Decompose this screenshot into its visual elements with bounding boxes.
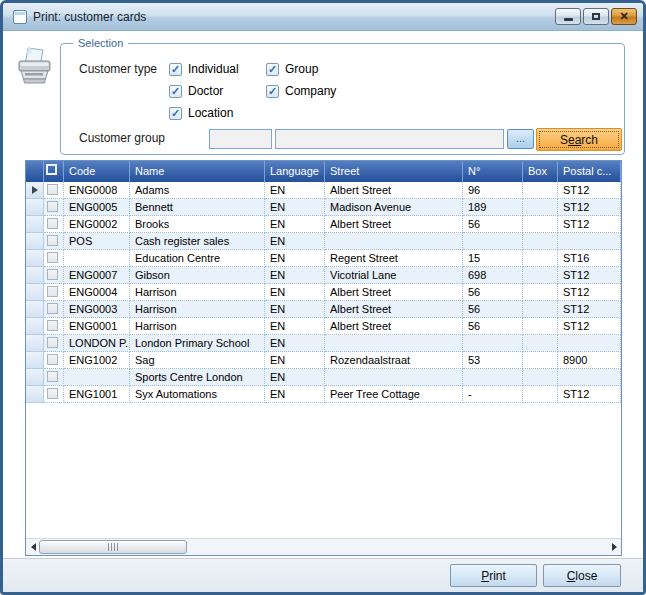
cell-no[interactable]: - <box>463 386 523 403</box>
cell-street[interactable]: Vicotrial Lane <box>325 267 463 284</box>
cell-code[interactable]: ENG1002 <box>64 352 130 369</box>
cell-language[interactable]: EN <box>265 335 325 352</box>
cell-box[interactable] <box>523 386 558 403</box>
table-row[interactable]: Education CentreENRegent Street15ST16 <box>26 250 621 267</box>
row-checkbox-cell[interactable] <box>44 335 64 352</box>
cell-language[interactable]: EN <box>265 386 325 403</box>
cell-postal[interactable]: ST12 <box>558 284 621 301</box>
cell-no[interactable]: 189 <box>463 199 523 216</box>
cell-name[interactable]: London Primary School <box>130 335 265 352</box>
table-row[interactable]: POSCash register salesEN <box>26 233 621 250</box>
cell-box[interactable] <box>523 284 558 301</box>
cell-no[interactable] <box>463 369 523 386</box>
cell-code[interactable]: ENG0005 <box>64 199 130 216</box>
checkbox-icon[interactable]: ✓ <box>169 63 182 76</box>
cell-name[interactable]: Education Centre <box>130 250 265 267</box>
table-row[interactable]: Sports Centre LondonEN <box>26 369 621 386</box>
cell-language[interactable]: EN <box>265 284 325 301</box>
cell-box[interactable] <box>523 318 558 335</box>
column-header[interactable]: N° <box>463 161 523 182</box>
cell-name[interactable]: Bennett <box>130 199 265 216</box>
cell-language[interactable]: EN <box>265 318 325 335</box>
cell-language[interactable]: EN <box>265 250 325 267</box>
cell-box[interactable] <box>523 369 558 386</box>
cell-box[interactable] <box>523 233 558 250</box>
checkbox-icon[interactable]: ✓ <box>169 85 182 98</box>
row-selector-cell[interactable] <box>26 284 44 301</box>
cell-code[interactable]: ENG0003 <box>64 301 130 318</box>
scroll-left-arrow[interactable] <box>26 539 40 555</box>
cell-postal[interactable] <box>558 335 621 352</box>
cell-name[interactable]: Adams <box>130 182 265 199</box>
row-checkbox-cell[interactable] <box>44 233 64 250</box>
cell-language[interactable]: EN <box>265 301 325 318</box>
cell-postal[interactable]: ST12 <box>558 318 621 335</box>
cell-no[interactable]: 698 <box>463 267 523 284</box>
row-checkbox-cell[interactable] <box>44 284 64 301</box>
row-checkbox[interactable] <box>47 286 58 297</box>
row-selector-cell[interactable] <box>26 267 44 284</box>
table-row[interactable]: ENG0007GibsonENVicotrial Lane698ST12 <box>26 267 621 284</box>
cell-street[interactable]: Albert Street <box>325 284 463 301</box>
scroll-right-arrow[interactable] <box>607 539 621 555</box>
minimize-button[interactable] <box>555 8 581 25</box>
cell-postal[interactable]: ST12 <box>558 199 621 216</box>
cell-code[interactable]: ENG1001 <box>64 386 130 403</box>
row-selector-cell[interactable] <box>26 301 44 318</box>
cell-postal[interactable]: 8900 <box>558 352 621 369</box>
checkbox-option[interactable]: ✓Doctor <box>169 80 266 102</box>
cell-box[interactable] <box>523 301 558 318</box>
cell-no[interactable]: 15 <box>463 250 523 267</box>
row-checkbox-cell[interactable] <box>44 182 64 199</box>
grid-header[interactable]: CodeNameLanguageStreetN°BoxPostal c... <box>26 161 621 182</box>
cell-street[interactable]: Regent Street <box>325 250 463 267</box>
column-header[interactable]: Name <box>130 161 265 182</box>
cell-name[interactable]: Syx Automations <box>130 386 265 403</box>
cell-language[interactable]: EN <box>265 352 325 369</box>
select-all-checkbox[interactable] <box>46 164 57 175</box>
cell-street[interactable]: Peer Tree Cottage <box>325 386 463 403</box>
cell-street[interactable] <box>325 369 463 386</box>
row-selector-cell[interactable] <box>26 199 44 216</box>
checkbox-option[interactable]: ✓Company <box>266 80 426 102</box>
cell-postal[interactable]: ST12 <box>558 216 621 233</box>
column-header[interactable]: Code <box>64 161 130 182</box>
checkbox-option[interactable]: ✓Group <box>266 58 426 80</box>
checkbox-option[interactable]: ✓Location <box>169 102 266 124</box>
row-checkbox[interactable] <box>47 252 58 263</box>
cell-street[interactable] <box>325 233 463 250</box>
column-header[interactable]: Box <box>523 161 558 182</box>
table-row[interactable]: ENG0003HarrisonENAlbert Street56ST12 <box>26 301 621 318</box>
row-checkbox-cell[interactable] <box>44 216 64 233</box>
checkbox-icon[interactable]: ✓ <box>266 85 279 98</box>
cell-code[interactable]: POS <box>64 233 130 250</box>
cell-postal[interactable]: ST16 <box>558 250 621 267</box>
cell-postal[interactable]: ST12 <box>558 182 621 199</box>
table-row[interactable]: LONDON P...London Primary SchoolEN <box>26 335 621 352</box>
cell-no[interactable]: 53 <box>463 352 523 369</box>
customer-group-name-input[interactable] <box>275 129 504 149</box>
cell-no[interactable] <box>463 233 523 250</box>
table-row[interactable]: ENG1002SagENRozendaalstraat538900 <box>26 352 621 369</box>
row-checkbox[interactable] <box>47 337 58 348</box>
row-checkbox-cell[interactable] <box>44 386 64 403</box>
restore-button[interactable] <box>583 8 609 25</box>
cell-code[interactable]: LONDON P... <box>64 335 130 352</box>
table-row[interactable]: ENG0001HarrisonENAlbert Street56ST12 <box>26 318 621 335</box>
cell-code[interactable]: ENG0007 <box>64 267 130 284</box>
row-selector-cell[interactable] <box>26 369 44 386</box>
cell-name[interactable]: Sports Centre London <box>130 369 265 386</box>
cell-name[interactable]: Brooks <box>130 216 265 233</box>
customer-group-code-input[interactable] <box>209 129 272 149</box>
cell-language[interactable]: EN <box>265 216 325 233</box>
cell-street[interactable]: Albert Street <box>325 318 463 335</box>
horizontal-scrollbar[interactable] <box>26 538 621 555</box>
cell-street[interactable]: Rozendaalstraat <box>325 352 463 369</box>
row-selector-cell[interactable] <box>26 318 44 335</box>
cell-language[interactable]: EN <box>265 267 325 284</box>
row-checkbox[interactable] <box>47 303 58 314</box>
cell-box[interactable] <box>523 352 558 369</box>
cell-code[interactable] <box>64 369 130 386</box>
checkbox-option[interactable]: ✓Individual <box>169 58 266 80</box>
row-checkbox[interactable] <box>47 354 58 365</box>
